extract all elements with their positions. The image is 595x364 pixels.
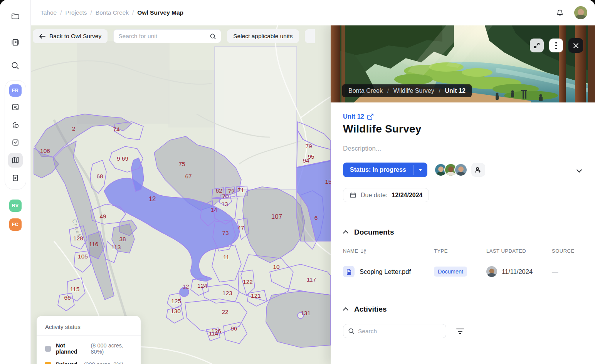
unit-link-label: Unit 12 xyxy=(343,113,364,120)
toolbar-overflow-button[interactable] xyxy=(305,29,315,43)
hero-buttons xyxy=(530,38,583,53)
detail-panel: Bonta Creek / Wildlife Survey / Unit 12 … xyxy=(331,25,595,364)
survey-map[interactable]: Creek xyxy=(31,25,331,364)
legend-detail: (8 000 acres, 80%) xyxy=(91,342,133,355)
unit-number-label: 62 xyxy=(215,187,222,194)
unit-search[interactable] xyxy=(113,29,221,43)
document-updated-cell: 11/11/2024 xyxy=(486,266,552,277)
unit-number-label: 49 xyxy=(99,213,106,220)
description-field[interactable]: Description... xyxy=(343,145,583,153)
close-panel-button[interactable] xyxy=(568,38,583,53)
legend-item: Not planned(8 000 acres, 80%) xyxy=(45,342,132,355)
map-canvas[interactable]: Creek xyxy=(31,25,331,364)
unit-number-label: 13 xyxy=(221,201,228,207)
workspace-badge-rv[interactable]: RV xyxy=(9,200,22,212)
unit-number-label: 106 xyxy=(40,148,50,154)
unit-number-label: 130 xyxy=(171,308,181,314)
unit-number-label: 115 xyxy=(70,286,80,292)
assignee-avatar[interactable] xyxy=(454,163,467,176)
workspace-badge-fr[interactable]: FR xyxy=(9,84,22,97)
due-date-value: 12/24/2024 xyxy=(392,192,422,199)
unit-number-label: 114 xyxy=(209,330,219,337)
add-assignee-button[interactable] xyxy=(471,163,485,177)
breadcrumb-projects[interactable]: Projects xyxy=(66,9,87,16)
unit-link[interactable]: Unit 12 xyxy=(343,113,373,120)
page-title: Wildlife Survey xyxy=(343,123,583,135)
search-nav-icon[interactable] xyxy=(8,58,23,73)
workspace-badge-fc[interactable]: FC xyxy=(9,218,22,231)
collapse-details-button[interactable] xyxy=(577,168,583,172)
assignee-avatars[interactable] xyxy=(434,163,467,176)
unit-number-label: 131 xyxy=(301,310,311,316)
user-avatar[interactable] xyxy=(574,6,587,19)
legend-swatch xyxy=(45,346,51,352)
section-divider xyxy=(331,294,595,294)
activities-section-header: Activities xyxy=(343,305,583,314)
breadcrumb-current: Owl Survey Map xyxy=(137,9,183,16)
legend-label: Delayed xyxy=(56,361,77,364)
unit-number-label: 107 xyxy=(271,213,282,220)
legend-divider xyxy=(37,335,141,336)
unit-number-label: 121 xyxy=(251,292,261,299)
sort-az-icon: AZ xyxy=(360,248,366,254)
activities-heading: Activities xyxy=(354,305,387,314)
unit-number-label: 117 xyxy=(307,276,316,283)
status-label: Status: In progress xyxy=(343,163,413,177)
unit-number-label: 105 xyxy=(78,253,88,260)
close-icon xyxy=(573,43,579,49)
workspace-group: FR xyxy=(5,80,26,190)
select-units-button[interactable]: Select applicable units xyxy=(227,29,299,43)
document-name-cell[interactable]: Scoping Letter.pdf xyxy=(343,266,434,277)
unit-number-label: 67 xyxy=(185,173,192,179)
filter-icon[interactable] xyxy=(456,329,464,334)
documents-collapse-button[interactable] xyxy=(343,230,348,235)
notes-item[interactable] xyxy=(8,100,23,114)
unit-number-label: 22 xyxy=(222,309,228,315)
updater-avatar xyxy=(486,266,497,277)
unit-number-label: 2 xyxy=(72,125,76,132)
unit-number-label: 124 xyxy=(197,282,207,289)
hero-crumb-separator: / xyxy=(439,88,440,94)
legend-rows: Not planned(8 000 acres, 80%)Delayed(300… xyxy=(45,342,132,364)
document-row[interactable]: Scoping Letter.pdf Document 11/11/2024 — xyxy=(343,259,583,284)
unit-number-label: 75 xyxy=(178,161,185,167)
unit-number-label: 74 xyxy=(113,126,120,133)
breadcrumb-separator: / xyxy=(60,9,62,16)
activities-search[interactable] xyxy=(343,324,446,338)
comments-item[interactable] xyxy=(8,117,23,132)
projects-folder-icon[interactable] xyxy=(8,8,23,24)
back-button[interactable]: Back to Owl Survey xyxy=(33,29,108,43)
activities-search-input[interactable] xyxy=(358,328,441,335)
chevron-up-icon xyxy=(343,307,348,313)
map-item-active[interactable] xyxy=(8,153,23,168)
breadcrumb-tahoe[interactable]: Tahoe xyxy=(40,9,57,16)
column-name[interactable]: NAME AZ xyxy=(343,248,434,254)
status-button[interactable]: Status: In progress xyxy=(343,163,427,177)
unit-number-label: 122 xyxy=(243,278,253,285)
more-options-button[interactable] xyxy=(549,39,563,52)
unit-number-label: 12 xyxy=(149,195,156,203)
unit-search-input[interactable] xyxy=(118,33,207,40)
search-icon xyxy=(348,328,355,334)
expand-button[interactable] xyxy=(530,39,544,52)
breadcrumb: Tahoe / Projects / Bonta Creek / Owl Sur… xyxy=(40,9,183,16)
due-date-pill[interactable]: Due date: 12/24/2024 xyxy=(343,188,429,202)
unit-number-label: 6 xyxy=(314,215,318,221)
tasks-item[interactable] xyxy=(8,135,23,150)
chevron-down-icon xyxy=(577,167,582,173)
legend-swatch xyxy=(45,362,51,364)
unit-number-label: 9 69 xyxy=(117,155,128,162)
select-units-label: Select applicable units xyxy=(233,33,292,40)
notifications-bell-icon[interactable] xyxy=(556,8,564,17)
section-divider xyxy=(331,217,595,217)
library-icon[interactable] xyxy=(8,35,23,50)
due-date-label: Due date: xyxy=(361,192,387,199)
hero-crumb-bonta-creek[interactable]: Bonta Creek xyxy=(348,87,383,94)
breadcrumb-bonta-creek[interactable]: Bonta Creek xyxy=(96,9,129,16)
unit-number-label: 113 xyxy=(111,244,121,250)
activities-collapse-button[interactable] xyxy=(343,307,348,312)
hero-crumb-wildlife-survey[interactable]: Wildlife Survey xyxy=(393,87,434,94)
unit-number-label: 123 xyxy=(222,290,232,296)
status-dropdown-button[interactable] xyxy=(413,163,427,177)
documents-item[interactable] xyxy=(8,171,23,185)
